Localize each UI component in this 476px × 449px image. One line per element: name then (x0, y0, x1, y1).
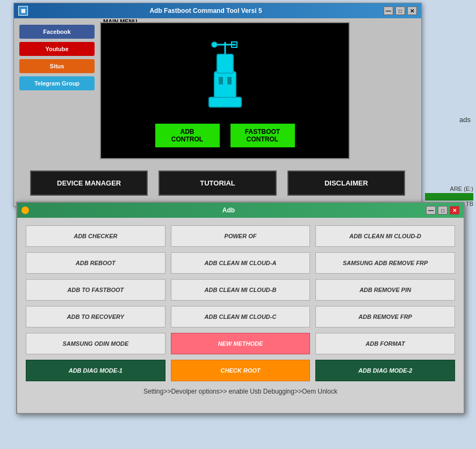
right-panel: ads ARE (E:) free of 1,81 TB (422, 3, 476, 218)
device-manager-button[interactable]: DEVICE MANAGER (30, 170, 148, 196)
svg-point-5 (212, 42, 217, 47)
main-titlebar: ▦ Adb Fastboot Command Tool Versi 5 — □ … (14, 3, 421, 18)
sidebar: Facebook Youtube Situs Telegram Group (19, 25, 95, 90)
adb-clean-mi-cloud-b-button[interactable]: ADB CLEAN MI CLOUD-B (171, 279, 311, 301)
fastboot-control-button[interactable]: FASTBOOT CONTROL (230, 124, 295, 147)
adb-window-controls: — □ ✕ (426, 206, 459, 215)
adb-window: Adb — □ ✕ ADB CHECKER POWER OF ADB CLEAN… (16, 202, 465, 414)
power-off-button[interactable]: POWER OF (171, 225, 311, 247)
bottom-buttons: DEVICE MANAGER TUTORIAL DISCLAIMER (30, 170, 405, 196)
telegram-button[interactable]: Telegram Group (19, 76, 95, 90)
main-minimize-button[interactable]: — (384, 6, 393, 15)
adb-clean-mi-cloud-d-button[interactable]: ADB CLEAN MI CLOUD-D (315, 225, 455, 247)
main-window-title: Adb Fastboot Command Tool Versi 5 (28, 7, 384, 15)
main-window: ▦ Adb Fastboot Command Tool Versi 5 — □ … (13, 3, 422, 207)
adb-minimize-button[interactable]: — (426, 206, 436, 215)
ads-label: ads (459, 116, 471, 124)
main-window-icon: ▦ (18, 6, 28, 16)
svg-rect-7 (219, 77, 223, 84)
tutorial-button[interactable]: TUTORIAL (158, 170, 276, 196)
adb-remove-pin-button[interactable]: ADB REMOVE PIN (315, 279, 455, 301)
youtube-button[interactable]: Youtube (19, 42, 95, 56)
disclaimer-button[interactable]: DISCLAIMER (287, 170, 405, 196)
adb-diag-mode-2-button[interactable]: ADB DIAG MODE-2 (315, 360, 455, 381)
adb-checker-button[interactable]: ADB CHECKER (26, 225, 165, 247)
svg-rect-0 (214, 72, 236, 101)
adb-remove-frp-button[interactable]: ADB REMOVE FRP (315, 306, 455, 327)
new-methode-button[interactable]: NEW METHODE (171, 333, 311, 354)
facebook-button[interactable]: Facebook (19, 25, 95, 39)
svg-rect-1 (209, 97, 241, 107)
adb-clean-mi-cloud-c-button[interactable]: ADB CLEAN MI CLOUD-C (171, 306, 311, 327)
adb-button-grid: ADB CHECKER POWER OF ADB CLEAN MI CLOUD-… (26, 225, 455, 381)
adb-to-recovery-button[interactable]: ADB TO RECOVERY (26, 306, 165, 327)
adb-control-button[interactable]: ADB CONTROL (155, 124, 220, 147)
samsung-odin-mode-button[interactable]: SAMSUNG ODIN MODE (26, 333, 165, 354)
adb-format-button[interactable]: ADB FORMAT (315, 333, 455, 354)
adb-clean-mi-cloud-a-button[interactable]: ADB CLEAN MI CLOUD-A (171, 252, 311, 274)
storage-bar (425, 193, 473, 201)
adb-close-button[interactable]: ✕ (450, 206, 459, 215)
adb-content: ADB CHECKER POWER OF ADB CLEAN MI CLOUD-… (17, 218, 464, 401)
adb-bottom-text: Setting>>Devolper options>> enable Usb D… (26, 388, 455, 395)
adb-maximize-button[interactable]: □ (438, 206, 448, 215)
situs-button[interactable]: Situs (19, 59, 95, 73)
adb-diag-mode-1-button[interactable]: ADB DIAG MODE-1 (26, 360, 165, 381)
adb-window-title: Adb (31, 206, 426, 214)
adb-titlebar: Adb — □ ✕ (17, 203, 464, 218)
samsung-adb-remove-frp-button[interactable]: SAMSUNG ADB REMOVE FRP (315, 252, 455, 274)
svg-rect-2 (217, 54, 233, 73)
adb-reboot-button[interactable]: ADB REBOOT (26, 252, 165, 274)
main-window-controls: — □ ✕ (384, 6, 417, 15)
usb-icon (198, 39, 252, 111)
svg-rect-8 (227, 77, 232, 84)
adb-window-icon (21, 206, 29, 214)
check-root-button[interactable]: CHECK ROOT (171, 360, 311, 381)
adb-to-fastboot-button[interactable]: ADB TO FASTBOOT (26, 279, 165, 301)
storage-label: ARE (E:) (425, 186, 473, 192)
main-close-button[interactable]: ✕ (407, 6, 417, 15)
menu-buttons-row: ADB CONTROL FASTBOOT CONTROL (155, 124, 295, 147)
main-maximize-button[interactable]: □ (395, 6, 405, 15)
main-menu-panel: ADB CONTROL FASTBOOT CONTROL (100, 22, 350, 159)
